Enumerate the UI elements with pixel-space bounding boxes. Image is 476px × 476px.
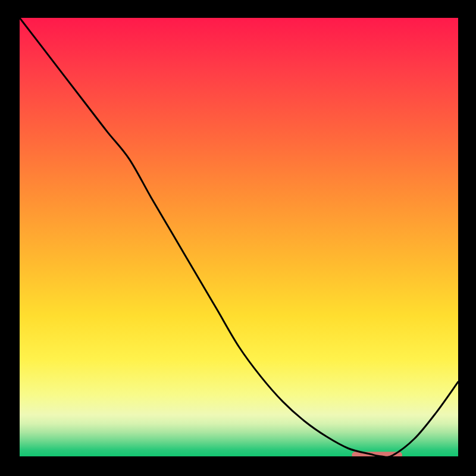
gradient-background	[20, 18, 458, 456]
bottleneck-chart	[0, 0, 476, 476]
chart-container: TheBottleneck.com	[0, 0, 476, 476]
